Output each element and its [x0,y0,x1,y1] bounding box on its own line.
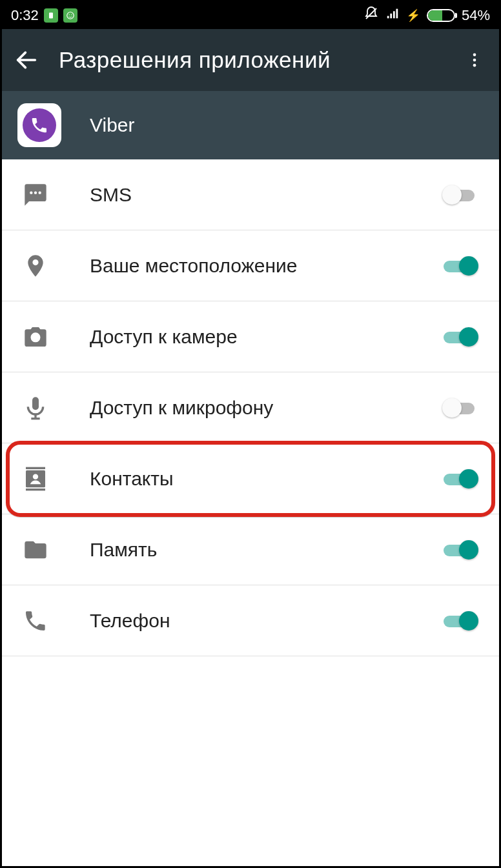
svg-rect-6 [390,14,392,18]
battery-icon [427,9,455,22]
permission-label: Доступ к камере [90,326,432,348]
svg-rect-0 [49,13,53,19]
permission-toggle-sms[interactable] [444,186,484,204]
permission-toggle-storage[interactable] [444,541,484,559]
permission-label: Контакты [90,468,432,490]
svg-rect-8 [396,9,398,19]
permission-toggle-microphone[interactable] [444,399,484,417]
phone-icon [23,608,48,634]
contacts-icon [23,466,48,492]
vibrate-icon [363,6,379,25]
svg-point-14 [34,191,37,194]
svg-rect-7 [393,11,395,18]
battery-percentage: 54% [462,7,490,24]
svg-point-2 [68,14,69,15]
permission-toggle-contacts[interactable] [444,470,484,488]
svg-point-1 [67,12,74,19]
svg-point-11 [473,59,476,62]
charging-icon: ⚡ [406,8,420,23]
permission-row-location[interactable]: Ваше местоположение [2,230,499,301]
permission-row-phone[interactable]: Телефон [2,585,499,656]
svg-point-12 [473,64,476,67]
status-app-icon-1 [44,8,58,23]
location-icon [23,253,48,279]
permission-list: SMS Ваше местоположение Доступ к камере [2,159,499,866]
app-header-row: Viber [2,91,499,159]
status-bar: 0:32 ⚡ 54% [2,2,499,29]
more-vert-icon [465,51,484,69]
permission-row-storage[interactable]: Память [2,514,499,585]
permission-row-sms[interactable]: SMS [2,159,499,230]
permission-row-microphone[interactable]: Доступ к микрофону [2,372,499,443]
battery-fill [428,10,442,21]
status-time: 0:32 [11,7,39,24]
permission-label: SMS [90,184,432,206]
svg-point-21 [33,474,38,479]
svg-point-15 [39,191,41,194]
arrow-left-icon [14,47,39,73]
svg-rect-5 [387,16,389,19]
toolbar: Разрешения приложений [2,29,499,91]
camera-icon [23,324,48,350]
page-title: Разрешения приложений [52,47,462,73]
permission-label: Телефон [90,610,432,632]
permission-row-contacts[interactable]: Контакты [2,443,499,514]
permission-label: Ваше местоположение [90,255,432,277]
microphone-icon [23,395,48,421]
svg-point-13 [30,191,32,194]
permission-toggle-phone[interactable] [444,612,484,630]
app-icon [17,103,61,147]
permission-row-contacts-wrap: Контакты [2,443,499,514]
svg-point-10 [473,54,476,57]
permission-label: Память [90,539,432,561]
permission-toggle-camera[interactable] [444,328,484,346]
folder-icon [23,537,48,563]
svg-point-3 [71,14,72,15]
back-button[interactable] [14,47,52,73]
permission-toggle-location[interactable] [444,257,484,275]
status-app-icon-2 [63,8,77,23]
sms-icon [23,182,48,208]
app-name-label: Viber [90,114,135,136]
overflow-menu-button[interactable] [462,51,487,69]
signal-icon [385,6,400,25]
viber-icon [23,108,56,142]
permission-row-camera[interactable]: Доступ к камере [2,301,499,372]
permission-label: Доступ к микрофону [90,397,432,419]
